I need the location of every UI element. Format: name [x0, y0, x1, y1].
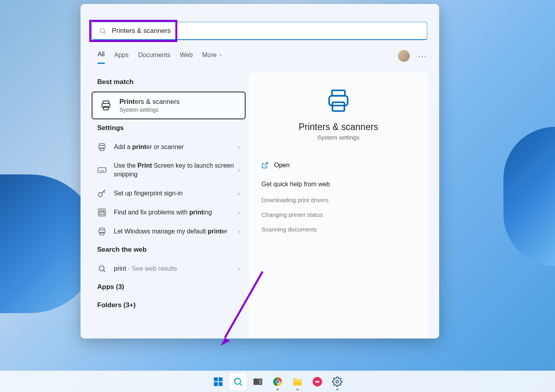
preview-title: Printers & scanners	[260, 122, 417, 132]
chrome-button[interactable]	[269, 373, 286, 390]
more-options-button[interactable]: ···	[418, 52, 427, 61]
svg-rect-29	[214, 377, 218, 381]
keyboard-icon	[97, 165, 107, 175]
chevron-right-icon: ›	[238, 266, 240, 272]
best-match-item[interactable]: Printers & scanners System settings	[92, 92, 246, 119]
chevron-right-icon: ›	[238, 167, 240, 173]
settings-item-text: Add a printer or scanner	[114, 143, 235, 151]
svg-marker-28	[221, 338, 230, 346]
tab-documents[interactable]: Documents	[138, 52, 170, 63]
printer-box-icon	[97, 208, 107, 217]
wallpaper-decoration	[503, 127, 555, 266]
help-link[interactable]: Changing printer status	[260, 207, 417, 222]
printer-icon	[97, 227, 107, 236]
svg-rect-35	[254, 379, 258, 384]
settings-item[interactable]: Let Windows manage my default printer ›	[90, 222, 247, 241]
divider	[260, 152, 417, 152]
tab-all[interactable]: All	[98, 51, 105, 64]
settings-item-text: Find and fix problems with printing	[114, 208, 235, 217]
web-result-text: print - See web results	[114, 264, 235, 273]
task-view-button[interactable]	[249, 373, 267, 390]
svg-rect-20	[100, 232, 104, 235]
settings-item[interactable]: Use the Print Screen key to launch scree…	[90, 157, 247, 184]
section-folders[interactable]: Folders (3+)	[90, 296, 247, 315]
section-search-web: Search the web	[90, 241, 247, 259]
tab-more-label: More	[202, 52, 217, 59]
open-label: Open	[274, 162, 290, 169]
settings-item-text: Set up fingerprint sign-in	[114, 189, 235, 198]
start-button[interactable]	[209, 373, 227, 390]
settings-item-text: Let Windows manage my default printer	[114, 227, 235, 236]
section-settings: Settings	[90, 119, 247, 138]
chevron-down-icon	[218, 53, 223, 57]
svg-rect-25	[332, 102, 344, 111]
web-result-item[interactable]: print - See web results ›	[90, 259, 247, 278]
settings-item-text: Use the Print Screen key to launch scree…	[114, 161, 235, 179]
annotation-highlight	[89, 20, 177, 42]
settings-button[interactable]	[328, 373, 346, 390]
preview-pane: Printers & scanners System settings Open…	[249, 73, 428, 338]
svg-line-34	[240, 383, 242, 385]
filter-tabs: All Apps Documents Web More	[98, 51, 223, 64]
svg-rect-31	[214, 382, 218, 386]
best-match-title: Printers & scanners	[119, 98, 180, 106]
svg-rect-30	[219, 377, 223, 381]
help-header: Get quick help from web	[261, 181, 415, 188]
svg-point-43	[336, 380, 338, 383]
search-icon	[97, 264, 107, 273]
best-match-subtitle: System settings	[119, 107, 180, 113]
user-avatar[interactable]	[398, 50, 410, 62]
svg-rect-8	[98, 168, 106, 172]
chevron-right-icon: ›	[238, 144, 240, 150]
chevron-right-icon: ›	[238, 209, 240, 216]
settings-item[interactable]: Set up fingerprint sign-in ›	[90, 184, 247, 203]
open-action[interactable]: Open	[260, 159, 417, 172]
svg-rect-7	[100, 148, 104, 151]
taskbar	[0, 371, 555, 392]
search-button[interactable]	[229, 373, 247, 390]
open-link-icon	[261, 162, 269, 169]
tab-web[interactable]: Web	[180, 52, 193, 63]
tab-more[interactable]: More	[202, 52, 223, 63]
key-icon	[97, 189, 107, 198]
preview-subtitle: System settings	[260, 134, 417, 141]
help-link[interactable]: Scanning documents	[260, 222, 417, 237]
printer-icon	[100, 99, 112, 112]
help-link[interactable]: Downloading print drivers	[260, 193, 417, 207]
svg-rect-32	[219, 382, 223, 386]
lips-app-button[interactable]	[309, 373, 326, 390]
svg-line-26	[265, 163, 268, 166]
svg-rect-23	[332, 90, 345, 96]
resize-grip: ╱	[550, 363, 554, 371]
svg-point-33	[234, 378, 240, 384]
printer-icon	[325, 88, 352, 114]
svg-rect-36	[259, 379, 262, 384]
printer-icon	[97, 142, 107, 152]
settings-item[interactable]: Find and fix problems with printing ›	[90, 203, 247, 222]
tab-apps[interactable]: Apps	[114, 52, 129, 63]
results-column: Best match Printers & scanners System se…	[90, 73, 247, 315]
svg-rect-41	[293, 380, 302, 381]
svg-rect-4	[104, 107, 109, 110]
svg-point-21	[99, 266, 104, 271]
svg-line-22	[104, 270, 105, 272]
file-explorer-button[interactable]	[289, 373, 306, 390]
section-apps[interactable]: Apps (3)	[90, 278, 247, 296]
settings-item[interactable]: Add a printer or scanner ›	[90, 138, 247, 157]
chevron-right-icon: ›	[238, 228, 240, 235]
chevron-right-icon: ›	[238, 190, 240, 197]
svg-point-40	[276, 380, 279, 383]
start-search-panel: All Apps Documents Web More ··· Best mat…	[81, 4, 439, 338]
section-best-match: Best match	[90, 73, 247, 92]
